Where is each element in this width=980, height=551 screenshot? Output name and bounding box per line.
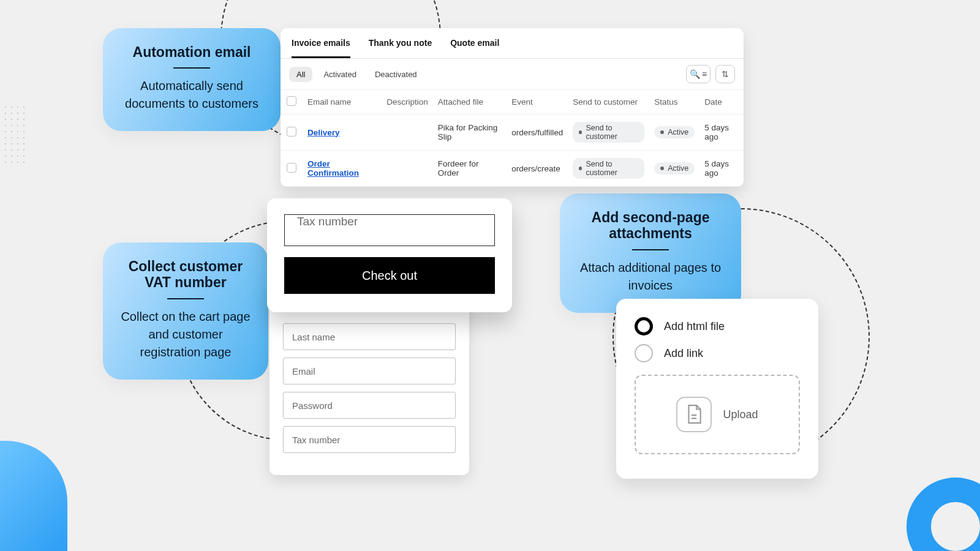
cell-description	[382, 114, 433, 151]
decorative-dots	[2, 104, 27, 165]
upload-dropzone[interactable]: Upload	[635, 375, 800, 454]
sort-button[interactable]: ⇅	[715, 65, 735, 83]
send-label: Send to customer	[586, 124, 638, 141]
row-checkbox[interactable]	[287, 127, 296, 137]
registration-form-card: Last name Email Password Tax number	[270, 288, 469, 475]
option-add-html-file[interactable]: Add html file	[635, 317, 800, 335]
option-add-link[interactable]: Add link	[635, 344, 800, 362]
filter-icon: ≡	[702, 69, 707, 79]
tab-thank-you-note[interactable]: Thank you note	[369, 38, 432, 58]
emails-table: Email name Description Attached file Eve…	[281, 89, 744, 187]
search-filter-button[interactable]: 🔍≡	[686, 65, 710, 83]
table-row: Delivery Pika for Packing Slip orders/fu…	[281, 114, 744, 151]
callout-title: Automation email	[120, 44, 263, 60]
cell-date: 5 days ago	[699, 114, 744, 151]
callout-attachments: Add second-page attachments Attach addit…	[560, 193, 741, 313]
send-badge: Send to customer	[573, 122, 644, 143]
tax-number-field[interactable]: Tax number	[283, 426, 456, 453]
status-badge: Active	[654, 162, 695, 174]
dot-icon	[660, 130, 664, 134]
email-tabs: Invoice emails Thank you note Quote emai…	[281, 28, 744, 59]
decorative-ring	[907, 478, 980, 551]
search-icon: 🔍	[690, 69, 700, 79]
status-label: Active	[668, 128, 688, 137]
cell-attached: Fordeer for Order	[433, 151, 507, 187]
invoice-emails-panel: Invoice emails Thank you note Quote emai…	[281, 28, 744, 187]
upload-label: Upload	[723, 408, 758, 421]
checkout-tax-card: Tax number Check out	[267, 198, 512, 312]
radio-label: Add html file	[664, 320, 725, 333]
dot-icon	[579, 167, 582, 170]
callout-vat: Collect customer VAT number Collect on t…	[103, 242, 268, 380]
divider	[173, 67, 210, 69]
callout-body: Automatically send documents to customer…	[120, 77, 263, 113]
col-description: Description	[382, 90, 433, 114]
email-field[interactable]: Email	[283, 358, 456, 384]
file-icon	[676, 397, 712, 432]
callout-body: Collect on the cart page and customer re…	[120, 308, 251, 361]
radio-unselected-icon	[635, 344, 653, 362]
cell-attached: Pika for Packing Slip	[433, 114, 507, 151]
callout-title: Collect customer VAT number	[120, 258, 251, 291]
send-badge: Send to customer	[573, 158, 644, 179]
callout-title: Add second-page attachments	[577, 209, 724, 242]
attachments-card: Add html file Add link Upload	[616, 299, 818, 479]
tab-invoice-emails[interactable]: Invoice emails	[292, 38, 350, 58]
row-checkbox[interactable]	[287, 163, 296, 173]
col-date: Date	[699, 90, 744, 114]
filter-activated[interactable]: Activated	[316, 67, 363, 82]
last-name-field[interactable]: Last name	[283, 323, 456, 350]
send-label: Send to customer	[586, 160, 638, 177]
table-row: Order Confirmation Fordeer for Order ord…	[281, 151, 744, 187]
status-label: Active	[668, 164, 688, 173]
callout-automation-email: Automation email Automatically send docu…	[103, 28, 281, 131]
divider	[632, 249, 669, 250]
col-send-to-customer: Send to customer	[568, 90, 649, 114]
filter-deactivated[interactable]: Deactivated	[368, 67, 424, 82]
tab-quote-email[interactable]: Quote email	[450, 38, 499, 58]
dot-icon	[579, 130, 582, 134]
radio-selected-icon	[635, 317, 653, 335]
col-email-name: Email name	[303, 90, 382, 114]
filter-row: All Activated Deactivated 🔍≡ ⇅	[281, 59, 744, 89]
col-event: Event	[507, 90, 568, 114]
sort-icon: ⇅	[722, 69, 729, 79]
dot-icon	[660, 167, 664, 170]
decorative-blob	[0, 441, 67, 551]
radio-label: Add link	[664, 347, 703, 360]
password-field[interactable]: Password	[283, 392, 456, 419]
tax-number-input[interactable]: Tax number	[284, 214, 495, 246]
divider	[167, 298, 204, 299]
cell-event: orders/create	[507, 151, 568, 187]
email-name-link[interactable]: Order Confirmation	[307, 159, 359, 178]
email-name-link[interactable]: Delivery	[307, 128, 340, 137]
status-badge: Active	[654, 126, 695, 138]
select-all-checkbox[interactable]	[287, 96, 296, 106]
checkout-button[interactable]: Check out	[284, 257, 495, 294]
cell-event: orders/fulfilled	[507, 114, 568, 151]
cell-date: 5 days ago	[699, 151, 744, 187]
cell-description	[382, 151, 433, 187]
filter-all[interactable]: All	[289, 67, 312, 82]
col-status: Status	[649, 90, 699, 114]
col-attached-file: Attached file	[433, 90, 507, 114]
callout-body: Attach additional pages to invoices	[577, 259, 724, 294]
